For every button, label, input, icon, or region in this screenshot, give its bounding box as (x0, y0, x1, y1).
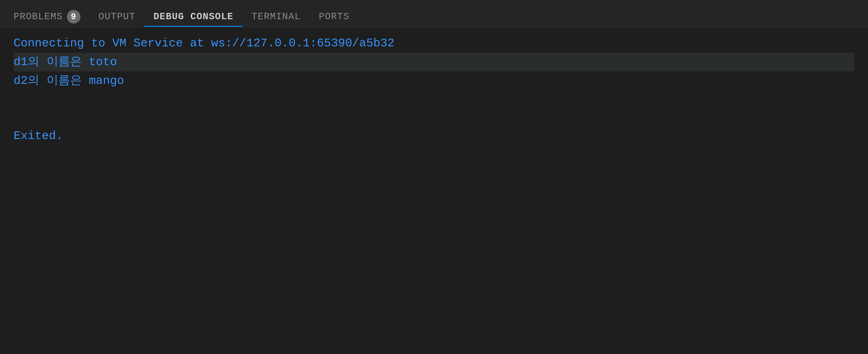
console-line-line2: d1의 이름은 toto (13, 53, 855, 71)
tab-label-problems: PROBLEMS (13, 11, 63, 22)
console-line-line5 (13, 108, 855, 127)
tab-bar: PROBLEMS9OUTPUTDEBUG CONSOLETERMINALPORT… (0, 0, 868, 27)
console-content: Connecting to VM Service at ws://127.0.0… (0, 27, 868, 354)
tab-label-ports: PORTS (319, 11, 349, 22)
tab-label-terminal: TERMINAL (252, 11, 301, 22)
tab-problems[interactable]: PROBLEMS9 (4, 6, 90, 27)
panel-container: PROBLEMS9OUTPUTDEBUG CONSOLETERMINALPORT… (0, 0, 868, 354)
console-line-line1: Connecting to VM Service at ws://127.0.0… (13, 34, 855, 53)
console-line-line3: d2의 이름은 mango (13, 71, 855, 90)
console-line-line6: Exited. (13, 127, 855, 146)
tab-label-debug-console: DEBUG CONSOLE (153, 11, 234, 22)
tab-terminal[interactable]: TERMINAL (243, 6, 310, 27)
console-line-line4 (13, 90, 855, 108)
tab-output[interactable]: OUTPUT (90, 6, 145, 27)
tab-badge-problems: 9 (67, 10, 81, 24)
tab-debug-console[interactable]: DEBUG CONSOLE (145, 6, 243, 27)
tab-label-output: OUTPUT (98, 11, 135, 22)
tab-ports[interactable]: PORTS (310, 6, 359, 27)
